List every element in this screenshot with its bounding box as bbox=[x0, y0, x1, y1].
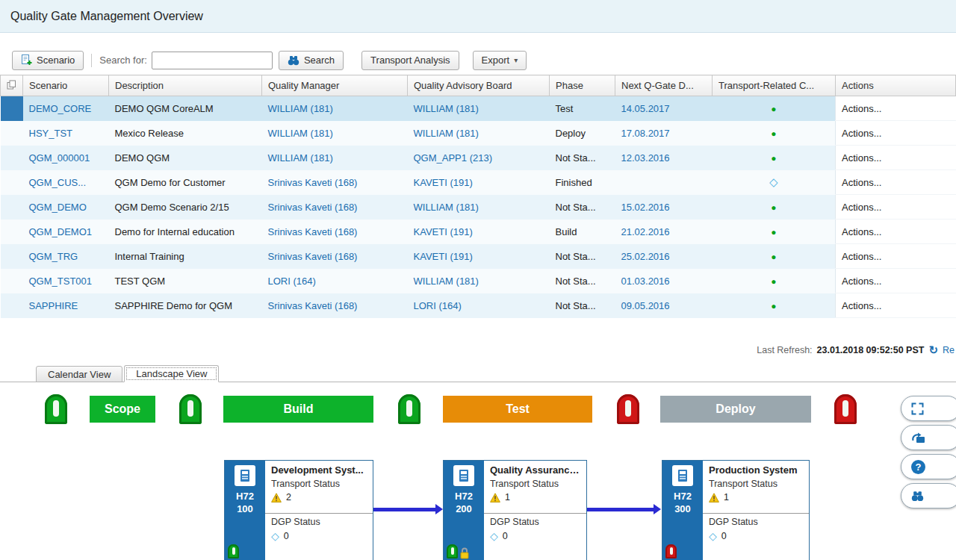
next-qgate-link[interactable]: 17.08.2017 bbox=[621, 128, 670, 139]
advisory-board-link[interactable]: QGM_APP1 (213) bbox=[414, 152, 493, 164]
tab-landscape-view[interactable]: Landscape View bbox=[124, 365, 219, 382]
row-select-cell[interactable] bbox=[1, 220, 23, 244]
col-scenario[interactable]: Scenario bbox=[23, 75, 109, 96]
advisory-board-link[interactable]: WILLIAM (181) bbox=[414, 202, 479, 213]
scenario-link[interactable]: DEMO_CORE bbox=[29, 103, 92, 114]
row-select-cell[interactable] bbox=[1, 170, 23, 195]
transport-status-value[interactable]: 2 bbox=[271, 492, 367, 503]
scenario-link[interactable]: QGM_CUS... bbox=[29, 177, 87, 188]
search-button[interactable]: Search bbox=[279, 51, 344, 70]
quality-manager-link[interactable]: Srinivas Kaveti (168) bbox=[268, 202, 358, 213]
col-advisory-board[interactable]: Quality Advisory Board bbox=[408, 75, 550, 96]
row-select-cell[interactable] bbox=[1, 96, 23, 121]
row-select-cell[interactable] bbox=[1, 195, 23, 220]
dgp-status-value[interactable]: ◇0 bbox=[490, 530, 580, 542]
table-row[interactable]: DEMO_COREDEMO QGM CoreALMWILLIAM (181)WI… bbox=[1, 96, 956, 121]
advisory-board-link[interactable]: KAVETI (191) bbox=[414, 226, 473, 237]
advisory-board-link[interactable]: WILLIAM (181) bbox=[414, 103, 479, 114]
search-landscape-button[interactable] bbox=[901, 483, 956, 508]
actions-link[interactable]: Actions... bbox=[842, 103, 881, 114]
actions-link[interactable]: Actions... bbox=[842, 177, 881, 188]
col-next-qgate[interactable]: Next Q-Gate D... bbox=[615, 75, 713, 96]
scenario-link[interactable]: QGM_TST001 bbox=[29, 276, 93, 287]
row-select-cell[interactable] bbox=[1, 244, 23, 269]
table-row[interactable]: QGM_000001DEMO QGMWILLIAM (181)QGM_APP1 … bbox=[1, 146, 956, 170]
actions-link[interactable]: Actions... bbox=[842, 226, 881, 237]
row-select-cell[interactable] bbox=[1, 269, 23, 293]
advisory-board-link[interactable]: KAVETI (191) bbox=[414, 251, 473, 262]
quality-manager-link[interactable]: WILLIAM (181) bbox=[268, 128, 333, 139]
qgate-red-icon[interactable] bbox=[617, 394, 639, 424]
tab-calendar-view[interactable]: Calendar View bbox=[36, 366, 122, 382]
quality-manager-link[interactable]: Srinivas Kaveti (168) bbox=[268, 251, 358, 262]
quality-manager-link[interactable]: LORI (164) bbox=[268, 276, 316, 287]
actions-link[interactable]: Actions... bbox=[842, 128, 881, 139]
dgp-status-value[interactable]: ◇0 bbox=[271, 530, 367, 542]
transport-status-value[interactable]: 1 bbox=[490, 492, 580, 503]
quality-manager-link[interactable]: Srinivas Kaveti (168) bbox=[268, 177, 358, 188]
row-select-cell[interactable] bbox=[1, 293, 23, 318]
phase-bar-scope[interactable]: Scope bbox=[90, 396, 155, 423]
next-qgate-link[interactable]: 15.02.2016 bbox=[621, 202, 670, 213]
row-select-cell[interactable] bbox=[1, 121, 23, 146]
qgate-red-icon[interactable] bbox=[834, 394, 857, 424]
undo-button[interactable] bbox=[901, 425, 956, 450]
quality-manager-link[interactable]: Srinivas Kaveti (168) bbox=[268, 300, 358, 311]
system-box[interactable]: H72300Production SystemTransport Status1… bbox=[662, 460, 810, 560]
row-select-cell[interactable] bbox=[1, 146, 23, 170]
select-column-header[interactable] bbox=[1, 75, 23, 96]
export-button[interactable]: Export ▾ bbox=[473, 51, 527, 70]
col-transport-related[interactable]: Transport-Related C... bbox=[713, 75, 836, 96]
scenario-button[interactable]: Scenario bbox=[12, 51, 84, 70]
scenario-link[interactable]: HSY_TST bbox=[29, 128, 73, 139]
next-qgate-link[interactable]: 01.03.2016 bbox=[621, 276, 670, 287]
refresh-icon[interactable]: ↻ bbox=[928, 343, 938, 357]
scenario-link[interactable]: QGM_TRG bbox=[29, 251, 78, 262]
quality-manager-link[interactable]: Srinivas Kaveti (168) bbox=[268, 226, 358, 237]
table-row[interactable]: QGM_DEMOQGM Demo Scenario 2/15Srinivas K… bbox=[1, 195, 956, 220]
col-quality-manager[interactable]: Quality Manager bbox=[262, 75, 408, 96]
transport-analysis-button[interactable]: Transport Analysis bbox=[361, 51, 459, 70]
next-qgate-link[interactable]: 09.05.2016 bbox=[621, 300, 670, 311]
table-row[interactable]: SAPPHIRESAPPHIRE Demo for QGMSrinivas Ka… bbox=[1, 293, 956, 318]
search-input[interactable] bbox=[152, 52, 273, 69]
scenario-link[interactable]: SAPPHIRE bbox=[29, 300, 78, 311]
advisory-board-link[interactable]: KAVETI (191) bbox=[414, 177, 473, 188]
refresh-link[interactable]: Re bbox=[943, 345, 955, 355]
table-row[interactable]: QGM_DEMO1Demo for Internal educationSrin… bbox=[1, 220, 956, 244]
phase-bar-deploy[interactable]: Deploy bbox=[660, 396, 811, 423]
qgate-green-icon[interactable] bbox=[45, 394, 67, 424]
actions-link[interactable]: Actions... bbox=[842, 152, 881, 164]
actions-link[interactable]: Actions... bbox=[842, 300, 881, 311]
qgate-green-icon[interactable] bbox=[179, 394, 202, 424]
dgp-status-value[interactable]: ◇0 bbox=[709, 530, 803, 542]
next-qgate-link[interactable]: 25.02.2016 bbox=[621, 251, 670, 262]
actions-link[interactable]: Actions... bbox=[842, 202, 881, 213]
transport-status-value[interactable]: 1 bbox=[709, 492, 803, 503]
phase-bar-build[interactable]: Build bbox=[223, 396, 373, 423]
system-box[interactable]: H72200Quality Assurance...Transport Stat… bbox=[443, 460, 587, 560]
table-row[interactable]: QGM_TST001TEST QGMLORI (164)WILLIAM (181… bbox=[1, 269, 956, 293]
table-row[interactable]: QGM_TRGInternal TrainingSrinivas Kaveti … bbox=[1, 244, 956, 269]
next-qgate-link[interactable]: 21.02.2016 bbox=[621, 226, 670, 237]
advisory-board-link[interactable]: LORI (164) bbox=[414, 300, 462, 311]
col-actions[interactable]: Actions bbox=[836, 75, 956, 96]
scenario-link[interactable]: QGM_DEMO bbox=[29, 202, 87, 213]
actions-link[interactable]: Actions... bbox=[842, 276, 881, 287]
system-box[interactable]: H72100Development Syst...Transport Statu… bbox=[224, 460, 373, 560]
next-qgate-link[interactable]: 14.05.2017 bbox=[621, 103, 670, 114]
phase-bar-test[interactable]: Test bbox=[443, 396, 592, 423]
scenario-link[interactable]: QGM_DEMO1 bbox=[29, 226, 93, 237]
quality-manager-link[interactable]: WILLIAM (181) bbox=[268, 103, 333, 114]
fullscreen-button[interactable] bbox=[901, 396, 956, 421]
advisory-board-link[interactable]: WILLIAM (181) bbox=[414, 128, 479, 139]
col-phase[interactable]: Phase bbox=[550, 75, 615, 96]
next-qgate-link[interactable]: 12.03.2016 bbox=[621, 152, 670, 164]
advisory-board-link[interactable]: WILLIAM (181) bbox=[414, 276, 479, 287]
table-row[interactable]: QGM_CUS...QGM Demo for CustomerSrinivas … bbox=[1, 170, 956, 195]
scenario-link[interactable]: QGM_000001 bbox=[29, 152, 90, 164]
table-row[interactable]: HSY_TSTMexico ReleaseWILLIAM (181)WILLIA… bbox=[1, 121, 956, 146]
quality-manager-link[interactable]: WILLIAM (181) bbox=[268, 152, 333, 164]
col-description[interactable]: Description bbox=[109, 75, 262, 96]
actions-link[interactable]: Actions... bbox=[842, 251, 881, 262]
